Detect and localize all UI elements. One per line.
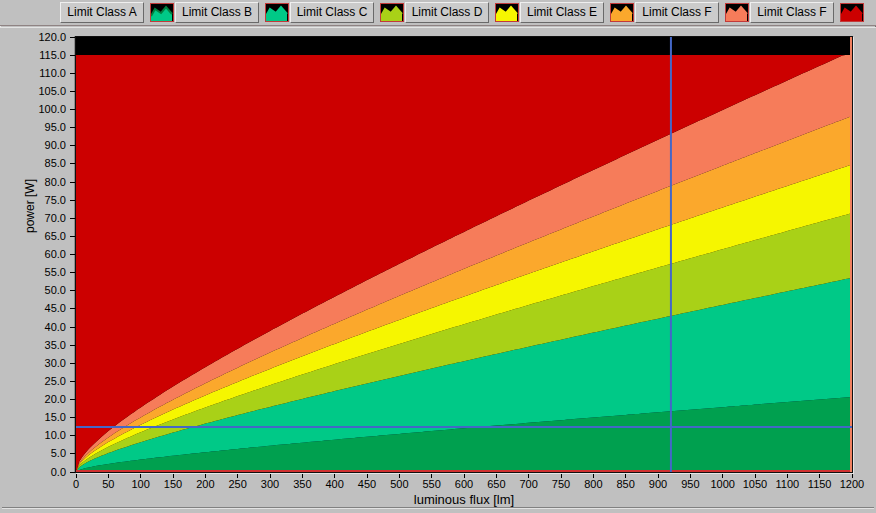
y-tick-label: 105.0 [18,85,66,98]
legend-entry: Limit Class F [635,0,750,26]
y-tick-label: 0.0 [18,466,66,479]
y-tick-label: 75.0 [18,194,66,207]
right-axis-accent-line [850,37,852,472]
x-tick-mark [334,474,335,478]
plot-style-icon[interactable] [265,3,289,22]
legend-plot-label[interactable]: Limit Class F [635,2,719,23]
y-tick-mark [70,55,75,56]
y-tick-mark [70,363,75,364]
y-tick-label: 115.0 [18,49,66,62]
x-tick-mark [755,474,756,478]
plot-style-icon[interactable] [610,3,634,22]
legend-entry: Limit Class A [60,0,175,26]
legend-entry: Limit Class F [750,0,865,26]
y-tick-mark [70,472,75,473]
plot-area[interactable] [75,36,853,473]
y-tick-label: 110.0 [18,67,66,80]
y-tick-label: 25.0 [18,375,66,388]
y-tick-mark [70,453,75,454]
x-tick-mark [399,474,400,478]
y-tick-mark [70,73,75,74]
y-tick-mark [70,381,75,382]
area-chart [76,37,852,472]
x-tick-mark [819,474,820,478]
y-tick-mark [70,254,75,255]
legend-entry: Limit Class D [405,0,520,26]
y-tick-mark [70,200,75,201]
x-tick-label: 1200 [830,478,874,491]
y-tick-label: 60.0 [18,248,66,261]
x-tick-mark [76,474,77,478]
legend-entry: Limit Class E [520,0,635,26]
x-tick-mark [528,474,529,478]
y-tick-label: 95.0 [18,121,66,134]
x-tick-mark [561,474,562,478]
x-tick-mark [464,474,465,478]
y-tick-mark [70,290,75,291]
y-tick-label: 90.0 [18,139,66,152]
plot-style-icon[interactable] [150,3,174,22]
y-tick-label: 5.0 [18,447,66,460]
legend-plot-label[interactable]: Limit Class A [60,2,144,23]
y-tick-label: 40.0 [18,321,66,334]
y-tick-label: 65.0 [18,230,66,243]
bottom-axis-accent-line [76,470,852,472]
y-tick-label: 35.0 [18,339,66,352]
x-tick-mark [205,474,206,478]
legend-plot-label[interactable]: Limit Class E [520,2,604,23]
x-tick-mark [496,474,497,478]
x-tick-mark [270,474,271,478]
legend-entry: Limit Class B [175,0,290,26]
y-tick-mark [70,182,75,183]
y-tick-mark [70,327,75,328]
y-tick-label: 70.0 [18,212,66,225]
y-tick-mark [70,272,75,273]
y-tick-label: 85.0 [18,157,66,170]
y-tick-label: 100.0 [18,103,66,116]
x-tick-mark [722,474,723,478]
y-tick-label: 50.0 [18,284,66,297]
y-tick-mark [70,345,75,346]
legend-plot-label[interactable]: Limit Class B [175,2,259,23]
legend-plot-label[interactable]: Limit Class C [290,2,374,23]
plot-style-icon[interactable] [380,3,404,22]
y-tick-mark [70,127,75,128]
y-tick-mark [70,308,75,309]
y-tick-mark [70,163,75,164]
plot-style-icon[interactable] [495,3,519,22]
plot-style-icon[interactable] [725,3,749,22]
x-tick-mark [690,474,691,478]
x-tick-mark [593,474,594,478]
chart-panel: power [W] luminous flux [lm] 0.05.010.01… [0,27,876,513]
y-tick-mark [70,145,75,146]
x-tick-mark [658,474,659,478]
graph-window: Limit Class ALimit Class BLimit Class CL… [0,0,876,513]
y-tick-label: 20.0 [18,393,66,406]
x-tick-mark [787,474,788,478]
x-tick-mark [237,474,238,478]
y-tick-label: 15.0 [18,411,66,424]
legend-plot-label[interactable]: Limit Class F [750,2,834,23]
legend-plot-label[interactable]: Limit Class D [405,2,489,23]
x-tick-mark [431,474,432,478]
x-tick-mark [140,474,141,478]
y-tick-label: 120.0 [18,31,66,44]
x-axis-label: luminous flux [lm] [75,492,853,507]
y-tick-mark [70,435,75,436]
y-tick-mark [70,417,75,418]
y-tick-mark [70,37,75,38]
x-tick-mark [108,474,109,478]
plot-style-icon[interactable] [840,3,864,22]
y-tick-mark [70,91,75,92]
legend-entry: Limit Class C [290,0,405,26]
y-tick-label: 55.0 [18,266,66,279]
y-tick-label: 45.0 [18,302,66,315]
y-tick-mark [70,218,75,219]
x-tick-mark [173,474,174,478]
y-tick-label: 30.0 [18,357,66,370]
x-tick-mark [367,474,368,478]
y-tick-label: 80.0 [18,176,66,189]
x-tick-mark [852,474,853,478]
x-tick-mark [302,474,303,478]
y-tick-mark [70,109,75,110]
